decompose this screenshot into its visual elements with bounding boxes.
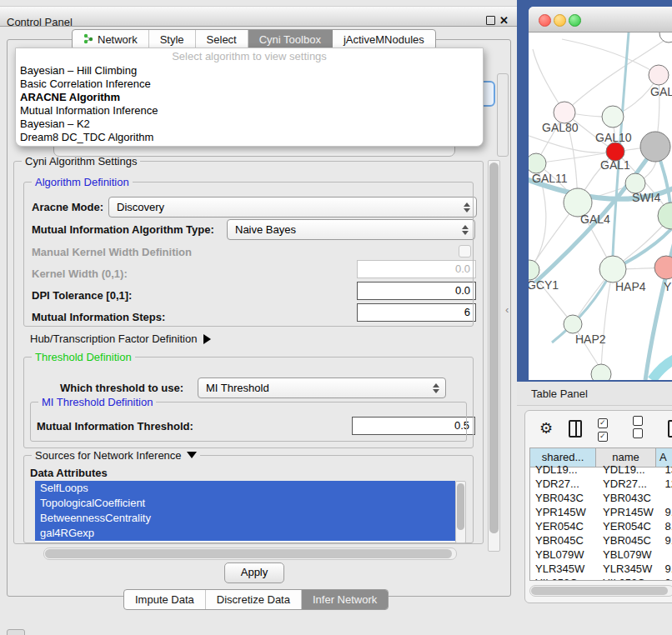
table-cell bbox=[659, 548, 672, 562]
network-node[interactable] bbox=[659, 32, 672, 42]
control-panel-titlebar: Control Panel ✕ bbox=[0, 6, 517, 27]
network-node-gal[interactable] bbox=[649, 65, 669, 85]
window-minimize-icon[interactable] bbox=[554, 14, 566, 27]
table-cell bbox=[659, 491, 672, 505]
threshold-definition-title: Threshold Definition bbox=[32, 351, 135, 363]
table-cell: YPR145W bbox=[598, 505, 659, 519]
table-row[interactable]: YBL079WYBL079W bbox=[530, 548, 672, 562]
network-node[interactable] bbox=[640, 132, 670, 162]
attribute-item-selfloops[interactable]: SelfLoops bbox=[35, 481, 455, 496]
tab-network[interactable]: Network bbox=[73, 30, 149, 49]
tab-jactivemnodules[interactable]: jActiveMNodules bbox=[333, 30, 435, 49]
table-cell: YDL19... bbox=[530, 462, 598, 477]
node-table: shared...nameA YDL19...YDL19...13YDR27..… bbox=[529, 448, 672, 581]
tab-discretize-data[interactable]: Discretize Data bbox=[206, 590, 302, 609]
network-node-hap2[interactable] bbox=[564, 315, 582, 333]
attributes-scrollbar[interactable] bbox=[455, 481, 466, 543]
table-panel-header: Table Panel bbox=[517, 382, 672, 406]
table-row[interactable]: YDL19...YDL19...13 bbox=[530, 462, 672, 477]
table-row[interactable]: YIL052CYIL052C9 bbox=[530, 576, 672, 580]
tab-style[interactable]: Style bbox=[149, 30, 196, 49]
algorithm-option-bayesian-k2[interactable]: Bayesian – K2 bbox=[16, 118, 483, 131]
columns-icon[interactable] bbox=[569, 420, 582, 438]
settings-hscrollbar[interactable] bbox=[43, 548, 457, 560]
export-table-icon[interactable] bbox=[668, 420, 672, 438]
cyni-bottom-tabbar: Impute DataDiscretize DataInfer Network bbox=[123, 589, 389, 610]
network-node-label: GAL10 bbox=[595, 131, 632, 144]
network-node-label: HAP4 bbox=[615, 280, 646, 293]
algorithm-option-bayesian-hill-climbing[interactable]: Bayesian – Hill Climbing bbox=[16, 64, 483, 78]
network-canvas[interactable]: GALGAL80GAL10GAL1GAL11SWI4GAL4GCY1HAP4YH… bbox=[529, 32, 672, 380]
tab-select-label: Select bbox=[207, 33, 237, 46]
table-cell: 12 bbox=[659, 477, 672, 491]
mi-threshold-group-title: MI Threshold Definition bbox=[38, 396, 156, 408]
tab-style-label: Style bbox=[160, 33, 184, 46]
select-all-checks-icon[interactable]: ✓✓ bbox=[598, 415, 617, 442]
table-hscrollbar-thumb[interactable] bbox=[531, 587, 668, 595]
table-cell: YBR043C bbox=[598, 491, 659, 505]
close-icon[interactable]: ✕ bbox=[499, 14, 509, 27]
table-row[interactable]: YLR345WYLR345W9. bbox=[530, 562, 672, 576]
network-node-label: GAL1 bbox=[600, 158, 630, 172]
tab-discretize-data-label: Discretize Data bbox=[217, 593, 290, 606]
table-cell: YPR145W bbox=[530, 505, 598, 519]
table-row[interactable]: YDR27...YDR27...12 bbox=[530, 477, 672, 491]
tab-cyni-toolbox[interactable]: Cyni Toolbox bbox=[248, 30, 333, 49]
table-cell: YIL052C bbox=[530, 576, 598, 580]
algorithm-option-basic-correlation-inference[interactable]: Basic Correlation Inference bbox=[16, 78, 483, 91]
network-node-gal11[interactable] bbox=[529, 153, 546, 173]
table-cell: YDL19... bbox=[598, 462, 659, 477]
attribute-item-betweennesscentrality[interactable]: BetweennessCentrality bbox=[35, 511, 455, 526]
table-cell: YDR27... bbox=[598, 477, 659, 491]
settings-scrollbar-thumb[interactable] bbox=[489, 162, 499, 533]
tab-infer-network[interactable]: Infer Network bbox=[302, 590, 388, 609]
apply-button[interactable]: Apply bbox=[224, 562, 284, 583]
algorithm-option-aracne-algorithm[interactable]: ARACNE Algorithm bbox=[16, 91, 483, 104]
tab-impute-data-label: Impute Data bbox=[135, 593, 194, 606]
window-close-icon[interactable] bbox=[539, 14, 551, 27]
network-node[interactable] bbox=[591, 364, 611, 380]
sources-group-title[interactable]: Sources for Network Inference bbox=[32, 449, 200, 462]
deselect-all-checks-icon[interactable] bbox=[633, 416, 652, 441]
table-panel-title: Table Panel bbox=[531, 388, 588, 400]
table-row[interactable]: YBR045CYBR045C9. bbox=[530, 533, 672, 548]
table-row[interactable]: YER054CYER054C8. bbox=[530, 519, 672, 533]
network-node-label: Y bbox=[664, 280, 672, 293]
network-tree-icon bbox=[83, 33, 93, 47]
algorithm-option-dream8-dc-tdc-algorithm[interactable]: Dream8 DC_TDC Algorithm bbox=[16, 131, 483, 144]
tab-select[interactable]: Select bbox=[196, 30, 248, 49]
tab-impute-data[interactable]: Impute Data bbox=[124, 590, 206, 609]
settings-hscrollbar-thumb[interactable] bbox=[45, 549, 452, 558]
algorithm-option-mutual-information-inference[interactable]: Mutual Information Inference bbox=[16, 104, 483, 118]
table-row[interactable]: YPR145WYPR145W9. bbox=[530, 505, 672, 519]
network-node-hap4[interactable] bbox=[599, 256, 626, 282]
table-cell: YBR045C bbox=[530, 533, 598, 548]
network-node-gcy1[interactable] bbox=[529, 260, 539, 280]
settings-scrollbar[interactable] bbox=[488, 160, 500, 552]
table-cell: 9. bbox=[659, 505, 672, 519]
table-cell: YIL052C bbox=[598, 576, 659, 580]
table-hscrollbar[interactable] bbox=[529, 585, 672, 597]
control-panel-title: Control Panel bbox=[7, 16, 73, 28]
tab-infer-network-label: Infer Network bbox=[313, 593, 377, 606]
table-cell: 9. bbox=[659, 562, 672, 576]
network-node[interactable] bbox=[658, 202, 672, 229]
window-zoom-icon[interactable] bbox=[569, 14, 581, 27]
attributes-scrollbar-thumb[interactable] bbox=[457, 483, 464, 530]
algorithm-dropdown-popup: Select algorithm to view settings Bayesi… bbox=[15, 48, 484, 147]
bottom-corner-button[interactable] bbox=[7, 629, 25, 635]
algorithm-popup-placeholder: Select algorithm to view settings bbox=[16, 48, 483, 64]
table-cell: YBR045C bbox=[598, 533, 659, 548]
network-node-gal10[interactable] bbox=[602, 106, 624, 128]
network-node-label: GAL4 bbox=[580, 212, 610, 226]
float-window-icon[interactable] bbox=[486, 16, 495, 25]
panel-divider-arrow-icon[interactable]: ‹ bbox=[505, 303, 509, 316]
network-node-label: GCY1 bbox=[529, 278, 559, 292]
table-cell: 13 bbox=[659, 462, 672, 477]
network-node-y[interactable] bbox=[654, 256, 672, 279]
attribute-item-gal4rgexp[interactable]: gal4RGexp bbox=[35, 526, 455, 541]
table-cell: YLR345W bbox=[598, 562, 659, 576]
table-row[interactable]: YBR043CYBR043C bbox=[530, 491, 672, 505]
attribute-item-topologicalcoefficient[interactable]: TopologicalCoefficient bbox=[35, 496, 455, 511]
gear-icon[interactable]: ⚙ bbox=[539, 421, 553, 436]
